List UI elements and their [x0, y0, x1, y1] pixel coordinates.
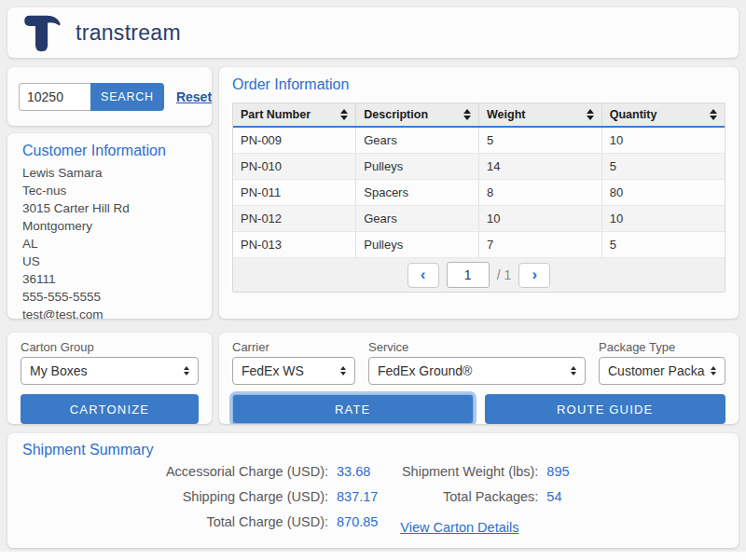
column-header-part-number[interactable]: Part Number — [233, 103, 356, 127]
package-type-select[interactable]: Customer Package — [599, 357, 725, 385]
customer-street: 3015 Carter Hill Rd — [22, 199, 197, 217]
reset-link[interactable]: Reset — [176, 89, 212, 104]
footer-strip — [0, 552, 746, 560]
column-header-weight[interactable]: Weight — [479, 103, 602, 127]
order-items-table: Part Number Description Weight Quan — [232, 102, 725, 293]
customer-phone: 555-555-5555 — [22, 288, 197, 306]
summary-row-accessorial: Accessorial Charge (USD): 33.68 — [22, 464, 378, 489]
prev-page-button[interactable]: ‹ — [408, 263, 439, 288]
pagination-bar: ‹ / 1 › — [233, 258, 725, 292]
summary-row-total-charge: Total Charge (USD): 870.85 — [22, 514, 378, 540]
rate-button[interactable]: RATE — [232, 394, 474, 424]
customer-company: Tec-nus — [22, 182, 197, 199]
summary-row-packages: Total Packages: 54 — [400, 489, 724, 514]
table-row: PN-011Spacers 880 — [233, 180, 725, 206]
total-packages-value: 54 — [546, 489, 561, 504]
carton-group-label: Carton Group — [21, 340, 199, 354]
summary-row-shipping: Shipping Charge (USD): 837.17 — [22, 489, 378, 514]
sort-icon[interactable] — [587, 109, 594, 120]
customer-state: AL — [22, 235, 197, 253]
column-header-quantity[interactable]: Quantity — [601, 103, 725, 127]
rating-panel: Carrier FedEx WS Service FedEx Ground® P… — [219, 333, 739, 424]
order-search-panel: SEARCH Reset — [7, 67, 212, 126]
search-button[interactable]: SEARCH — [90, 83, 164, 111]
package-type-label: Package Type — [599, 340, 725, 354]
sort-icon[interactable] — [340, 109, 348, 120]
customer-zip: 36111 — [22, 270, 197, 288]
select-arrows-icon — [711, 366, 716, 376]
select-arrows-icon — [184, 366, 189, 376]
next-page-button[interactable]: › — [518, 263, 550, 288]
select-arrows-icon — [571, 366, 576, 376]
customer-country: US — [22, 253, 197, 270]
shipping-charge-value: 837.17 — [337, 489, 378, 504]
service-select[interactable]: FedEx Ground® — [368, 357, 586, 385]
table-header-row: Part Number Description Weight Quan — [233, 103, 725, 127]
order-information-panel: Order Information Part Number Descriptio… — [219, 67, 739, 319]
route-guide-button[interactable]: ROUTE GUIDE — [485, 394, 726, 424]
total-charge-value: 870.85 — [337, 514, 378, 529]
cartonize-button[interactable]: CARTONIZE — [21, 394, 199, 424]
table-row: PN-013Pulleys 75 — [233, 232, 725, 258]
carrier-label: Carrier — [232, 340, 355, 354]
table-row: PN-010Pulleys 145 — [233, 154, 725, 180]
shipment-summary-panel: Shipment Summary Accessorial Charge (USD… — [7, 433, 739, 548]
sort-icon[interactable] — [463, 109, 471, 120]
carrier-select[interactable]: FedEx WS — [232, 357, 355, 385]
transtream-app: transtream SEARCH Reset Customer Informa… — [0, 0, 746, 560]
chevron-left-icon: ‹ — [421, 266, 426, 282]
carton-group-panel: Carton Group My Boxes CARTONIZE — [7, 333, 212, 424]
logo-wordmark: transtream — [76, 20, 181, 46]
shipment-summary-title: Shipment Summary — [22, 442, 724, 458]
service-label: Service — [368, 340, 586, 354]
select-arrows-icon — [340, 366, 346, 376]
transtream-logo-icon — [22, 12, 62, 53]
page-count-label: / 1 — [497, 267, 512, 282]
app-header: transtream — [7, 7, 739, 58]
customer-email: test@test.com — [22, 306, 197, 319]
summary-row-weight: Shipment Weight (lbs): 895 — [400, 464, 724, 489]
view-carton-details-link[interactable]: View Carton Details — [400, 520, 518, 535]
accessorial-charge-value: 33.68 — [337, 464, 370, 479]
column-header-description[interactable]: Description — [356, 103, 479, 127]
page-number-input[interactable] — [447, 262, 490, 288]
customer-information-panel: Customer Information Lewis Samara Tec-nu… — [7, 133, 212, 319]
chevron-right-icon: › — [532, 266, 537, 282]
table-row: PN-012Gears 1010 — [233, 206, 725, 232]
shipment-weight-value: 895 — [546, 464, 569, 479]
order-information-title: Order Information — [232, 76, 725, 93]
sort-icon[interactable] — [710, 109, 717, 120]
carton-group-select[interactable]: My Boxes — [21, 357, 199, 385]
customer-name: Lewis Samara — [22, 164, 197, 182]
order-number-input[interactable] — [19, 83, 90, 111]
table-row: PN-009Gears 510 — [233, 127, 725, 154]
customer-city: Montgomery — [22, 217, 197, 235]
customer-information-title: Customer Information — [22, 143, 197, 159]
